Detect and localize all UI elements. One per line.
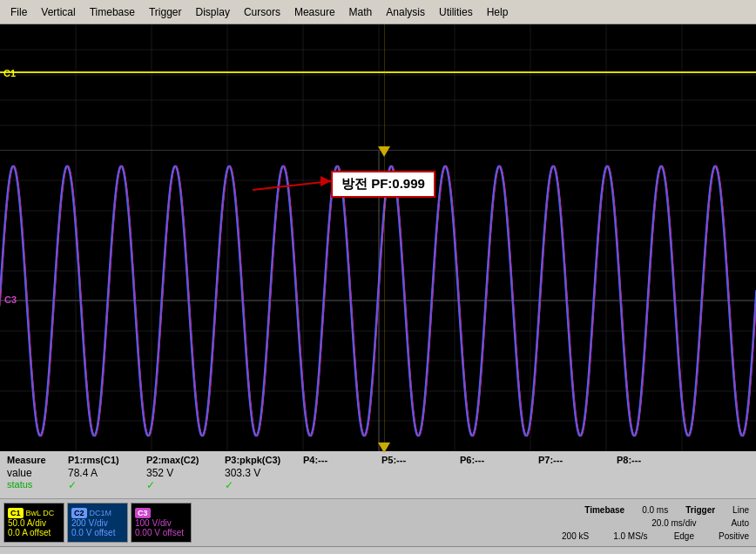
menu-help[interactable]: Help xyxy=(480,3,516,22)
measure-p8: P8:--- xyxy=(617,455,686,465)
menu-trigger[interactable]: Trigger xyxy=(142,3,189,22)
measure-p2: P2:max(C2) 352 V ✓ xyxy=(146,455,216,491)
channel-info-row: C1 BwL DC 50.0 A/div 0.0 A offset C2 DC1… xyxy=(0,499,756,547)
measure-title: Measure xyxy=(7,455,59,465)
measure-p2-status: ✓ xyxy=(146,479,216,491)
measure-p7-label: P7:--- xyxy=(538,455,608,465)
measure-p6: P6:--- xyxy=(460,455,530,465)
trigger-mode: Line xyxy=(732,505,749,515)
measure-p3-value: 303.3 V xyxy=(225,467,294,479)
measure-p3-label: P3:pkpk(C3) xyxy=(225,455,294,465)
brand-bar: LeCroy 4/17/2013 2:41:09 PM xyxy=(0,547,756,554)
c2-dc-label: DC1M xyxy=(90,509,112,517)
c3-info-box[interactable]: C3 100 V/div 0.00 V offset xyxy=(131,503,192,543)
measure-p5-label: P5:--- xyxy=(381,455,451,465)
c1-scale: 50.0 A/div xyxy=(8,518,60,528)
status-bar: Measure value status P1:rms(C1) 78.4 A ✓… xyxy=(0,451,756,554)
trigger-marker-bottom xyxy=(378,443,390,453)
timebase-val2: 20.0 ms/div xyxy=(651,518,696,528)
menu-measure[interactable]: Measure xyxy=(287,3,342,22)
measure-p2-label: P2:max(C2) xyxy=(146,455,216,465)
annotation-box: 방전 PF:0.999 xyxy=(331,171,435,198)
timebase-val4: 1.0 MS/s xyxy=(613,531,647,541)
annotation-text: 방전 PF:0.999 xyxy=(341,176,425,191)
c3-badge: C3 xyxy=(135,508,151,518)
measure-value-label: value xyxy=(7,467,59,479)
measure-p1: P1:rms(C1) 78.4 A ✓ xyxy=(68,455,138,491)
c1-badge: C1 xyxy=(8,508,24,518)
measure-row: Measure value status P1:rms(C1) 78.4 A ✓… xyxy=(0,451,756,499)
trigger-val1: Auto xyxy=(731,518,749,528)
c3-scale: 100 V/div xyxy=(135,518,187,528)
menu-vertical[interactable]: Vertical xyxy=(34,3,82,22)
menu-cursors[interactable]: Cursors xyxy=(237,3,287,22)
measure-p5: P5:--- xyxy=(381,455,451,465)
timebase-val1: 0.0 ms xyxy=(642,505,668,515)
measure-p7: P7:--- xyxy=(538,455,608,465)
c2-scale: 200 V/div xyxy=(71,518,124,528)
measure-p1-label: P1:rms(C1) xyxy=(68,455,138,465)
trigger-val2: Edge xyxy=(674,531,694,541)
c3-offset: 0.00 V offset xyxy=(135,528,187,537)
measure-p4: P4:--- xyxy=(303,455,373,465)
measure-p1-status: ✓ xyxy=(68,479,138,491)
measure-label-col: Measure value status xyxy=(7,455,59,490)
right-info-panel: Timebase 0.0 ms Trigger Line 20.0 ms/div… xyxy=(562,505,753,541)
measure-p2-value: 352 V xyxy=(146,467,216,479)
c2-badge: C2 xyxy=(71,508,87,518)
measure-p3: P3:pkpk(C3) 303.3 V ✓ xyxy=(225,455,294,491)
measure-p4-label: P4:--- xyxy=(303,455,373,465)
c1-info-box[interactable]: C1 BwL DC 50.0 A/div 0.0 A offset xyxy=(3,503,64,543)
c2-offset: 0.0 V offset xyxy=(71,528,124,537)
measure-p3-status: ✓ xyxy=(225,479,294,491)
menu-utilities[interactable]: Utilities xyxy=(432,3,480,22)
svg-marker-34 xyxy=(321,176,331,186)
scope-display: /* dots rendered via JS below */ C1 xyxy=(0,24,756,451)
grid-c1: /* dots rendered via JS below */ xyxy=(0,24,756,150)
trigger-line-vertical xyxy=(384,24,385,451)
menu-math[interactable]: Math xyxy=(342,3,380,22)
c1-dc-label: BwL DC xyxy=(26,509,55,517)
c2-info-box[interactable]: C2 DC1M 200 V/div 0.0 V offset xyxy=(67,503,128,543)
measure-p8-label: P8:--- xyxy=(617,455,686,465)
menu-file[interactable]: File xyxy=(3,3,34,22)
svg-line-33 xyxy=(253,181,331,190)
trigger-label: Trigger xyxy=(685,505,715,515)
channel1-label: C1 xyxy=(3,68,16,78)
channel1-area: /* dots rendered via JS below */ C1 xyxy=(0,24,756,151)
menu-display[interactable]: Display xyxy=(189,3,237,22)
menu-timebase[interactable]: Timebase xyxy=(83,3,142,22)
timebase-val3: 200 kS xyxy=(562,531,589,541)
measure-status-label: status xyxy=(7,479,59,490)
timebase-label: Timebase xyxy=(584,505,624,515)
trigger-marker-top xyxy=(378,146,390,157)
trigger-val3: Positive xyxy=(719,531,749,541)
measure-p6-label: P6:--- xyxy=(460,455,530,465)
menu-analysis[interactable]: Analysis xyxy=(379,3,432,22)
c1-offset: 0.0 A offset xyxy=(8,528,60,537)
menu-bar: File Vertical Timebase Trigger Display C… xyxy=(0,0,756,24)
measure-p1-value: 78.4 A xyxy=(68,467,138,479)
